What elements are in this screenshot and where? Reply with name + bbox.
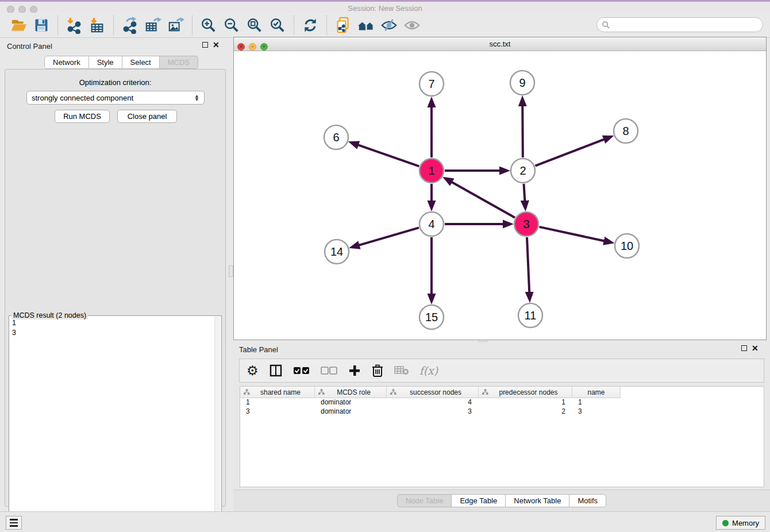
- table-settings-gear-icon[interactable]: ⚙: [247, 362, 259, 379]
- toolbar-separator: [192, 16, 192, 35]
- open-session-icon[interactable]: [9, 16, 28, 35]
- graph-edge-1-6[interactable]: [358, 145, 419, 166]
- column-type-icon: [244, 389, 250, 395]
- column-type-icon: [390, 389, 396, 395]
- control-panel-window-buttons: ✕: [202, 42, 225, 48]
- graph-node-label-11: 11: [525, 309, 537, 322]
- column-header-name[interactable]: name: [572, 387, 621, 398]
- tab-motifs[interactable]: Motifs: [569, 494, 606, 507]
- mcds-result-text[interactable]: 13: [10, 317, 214, 532]
- node-table[interactable]: shared name MCDS role successor nodes pr…: [240, 386, 764, 487]
- tab-style[interactable]: Style: [89, 56, 122, 69]
- add-column-icon[interactable]: [348, 362, 361, 379]
- first-neighbors-icon[interactable]: [356, 16, 376, 35]
- graph-node-label-14: 14: [330, 245, 343, 258]
- memory-button[interactable]: Memory: [716, 516, 765, 530]
- delete-table-icon[interactable]: [394, 362, 409, 379]
- cell-shared-name[interactable]: 3: [240, 407, 315, 417]
- float-panel-icon[interactable]: [202, 42, 208, 48]
- tab-edge-table[interactable]: Edge Table: [452, 494, 506, 507]
- hamburger-icon: [10, 519, 18, 521]
- mcds-result-box: MCDS result (2 nodes) 13: [9, 315, 222, 532]
- result-scrollbar[interactable]: [214, 317, 221, 532]
- select-all-icon[interactable]: [293, 362, 310, 379]
- table-toolbar: ⚙ f(x): [239, 358, 764, 383]
- tab-network-table[interactable]: Network Table: [506, 494, 569, 507]
- graph-node-label-9: 9: [519, 76, 525, 89]
- status-menu-button[interactable]: [6, 516, 22, 530]
- close-panel-button[interactable]: Close panel: [117, 110, 177, 123]
- cell-name[interactable]: 3: [572, 407, 621, 417]
- cell-predecessor-nodes[interactable]: 1: [479, 398, 572, 407]
- save-session-icon[interactable]: [32, 16, 51, 35]
- tab-network[interactable]: Network: [44, 56, 89, 69]
- control-panel-tabs: Network Style Select MCDS: [44, 56, 198, 69]
- close-panel-icon[interactable]: ✕: [752, 345, 759, 351]
- graph-node-label-7: 7: [428, 78, 434, 90]
- cell-mcds-role[interactable]: dominator: [315, 398, 387, 407]
- table-tabs: Node Table Edge Table Network Table Moti…: [397, 494, 606, 507]
- hide-selected-icon[interactable]: [379, 16, 399, 35]
- control-panel-title: Control Panel: [7, 42, 52, 51]
- toolbar-separator: [57, 16, 58, 35]
- search-icon: [602, 21, 610, 29]
- graph-edge-2-9[interactable]: [522, 106, 523, 157]
- export-image-icon[interactable]: [166, 16, 186, 35]
- delete-column-icon[interactable]: [371, 362, 384, 379]
- tab-select[interactable]: Select: [122, 56, 160, 69]
- zoom-fit-icon[interactable]: [245, 16, 264, 35]
- zoom-out-icon[interactable]: [222, 16, 241, 35]
- import-network-icon[interactable]: [64, 16, 84, 35]
- export-network-icon[interactable]: [120, 16, 140, 35]
- graph-edge-2-8[interactable]: [535, 139, 604, 165]
- graph-edge-3-10[interactable]: [539, 227, 604, 241]
- cell-successor-nodes[interactable]: 3: [387, 407, 479, 417]
- show-all-icon[interactable]: [402, 16, 422, 35]
- dropdown-chevrons-icon: ▲▼: [194, 94, 199, 101]
- clone-network-icon[interactable]: [333, 16, 353, 35]
- tab-node-table[interactable]: Node Table: [397, 494, 452, 507]
- column-header-predecessor-nodes[interactable]: predecessor nodes: [479, 387, 572, 398]
- cell-predecessor-nodes[interactable]: 2: [479, 407, 572, 417]
- cell-successor-nodes[interactable]: 4: [387, 398, 479, 407]
- column-header-successor-nodes[interactable]: successor nodes: [387, 387, 479, 398]
- search-input[interactable]: [610, 19, 763, 30]
- float-panel-icon[interactable]: [741, 345, 747, 351]
- export-table-icon[interactable]: [143, 16, 163, 35]
- refresh-icon[interactable]: [301, 16, 320, 35]
- network-view-window: ✕−+ scc.txt 7968124314101511: [233, 37, 767, 340]
- import-table-icon[interactable]: [87, 16, 107, 35]
- column-header-mcds-role[interactable]: MCDS role: [315, 387, 387, 398]
- column-view-icon[interactable]: [269, 362, 283, 379]
- tab-mcds[interactable]: MCDS: [160, 56, 198, 69]
- control-panel: Control Panel ✕ Network Style Select MCD…: [0, 38, 231, 509]
- vertical-splitter-handle[interactable]: [229, 265, 233, 277]
- main-toolbar: [0, 13, 770, 38]
- run-mcds-button[interactable]: Run MCDS: [55, 110, 110, 123]
- table-row[interactable]: 1 dominator 4 1 1: [240, 398, 621, 407]
- graph-edge-4-14[interactable]: [359, 228, 419, 245]
- app-window-title: Session: New Session: [0, 4, 770, 13]
- zoom-in-icon[interactable]: [199, 16, 218, 35]
- graph-node-label-3: 3: [523, 218, 529, 230]
- mcds-panel-body: Optimization criterion: strongly connect…: [5, 69, 226, 507]
- graph-edge-3-11[interactable]: [527, 237, 529, 292]
- deselect-all-icon[interactable]: [321, 362, 338, 379]
- close-panel-icon[interactable]: ✕: [213, 42, 220, 48]
- cell-name[interactable]: 1: [572, 398, 621, 407]
- graph-node-label-4: 4: [428, 218, 434, 230]
- cell-shared-name[interactable]: 1: [240, 398, 315, 407]
- function-builder-icon[interactable]: f(x): [419, 362, 438, 379]
- network-graph-canvas[interactable]: 7968124314101511: [234, 51, 766, 340]
- graph-node-label-2: 2: [519, 164, 526, 177]
- zoom-selected-icon[interactable]: [268, 16, 287, 35]
- toolbar-search-box[interactable]: [596, 17, 763, 32]
- table-row[interactable]: 3 dominator 3 2 3: [240, 407, 621, 417]
- cell-mcds-role[interactable]: dominator: [315, 407, 387, 417]
- network-window-titlebar[interactable]: ✕−+ scc.txt: [234, 37, 766, 51]
- graph-edge-2-3[interactable]: [523, 184, 525, 201]
- table-panel-title: Table Panel: [239, 345, 278, 354]
- graph-edge-3-1[interactable]: [452, 182, 515, 218]
- criterion-dropdown[interactable]: strongly connected component ▲▼: [26, 91, 205, 105]
- column-header-shared-name[interactable]: shared name: [240, 387, 315, 398]
